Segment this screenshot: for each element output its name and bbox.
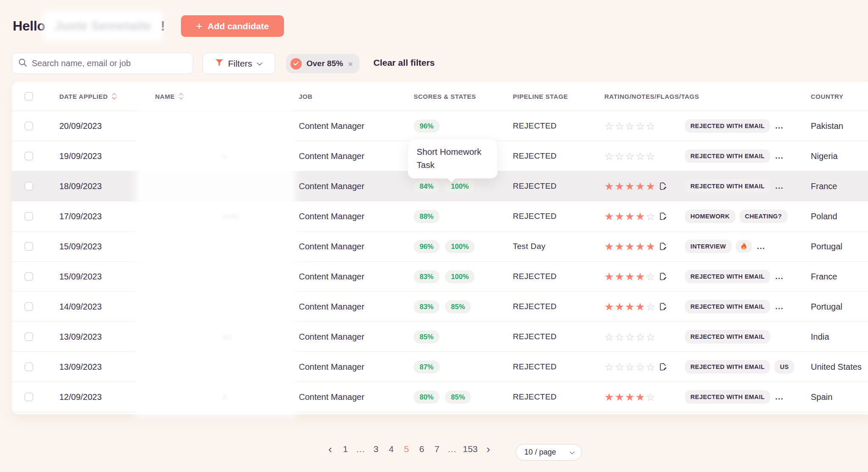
star-icon[interactable]: ★: [604, 241, 614, 252]
note-edit-icon[interactable]: [658, 302, 668, 311]
tag[interactable]: REJECTED WITH EMAIL: [685, 149, 770, 163]
search-box[interactable]: [12, 53, 193, 74]
star-icon[interactable]: ☆: [625, 362, 634, 372]
row-checkbox[interactable]: [25, 272, 33, 281]
star-icon[interactable]: ★: [604, 271, 614, 282]
column-header-date[interactable]: DATE APPLIED: [59, 93, 108, 100]
more-tags-indicator[interactable]: ...: [775, 272, 784, 281]
star-icon[interactable]: ★: [615, 211, 624, 222]
page-7[interactable]: 7: [432, 444, 442, 454]
star-icon[interactable]: ☆: [646, 121, 655, 131]
tag[interactable]: REJECTED WITH EMAIL: [685, 270, 770, 283]
note-edit-icon[interactable]: [658, 242, 668, 251]
star-icon[interactable]: ☆: [646, 211, 655, 222]
star-icon[interactable]: ★: [615, 302, 624, 312]
page-5[interactable]: 5: [402, 444, 411, 454]
more-tags-indicator[interactable]: ...: [775, 302, 784, 311]
search-input[interactable]: [32, 59, 187, 68]
star-icon[interactable]: ★: [615, 271, 624, 282]
column-header-name[interactable]: NAME: [155, 93, 175, 100]
row-checkbox[interactable]: [25, 122, 33, 130]
score-badge[interactable]: 85%: [445, 300, 471, 313]
remove-filter-icon[interactable]: ×: [348, 59, 353, 68]
star-icon[interactable]: ★: [604, 181, 614, 192]
star-icon[interactable]: ☆: [646, 302, 655, 312]
page-6[interactable]: 6: [417, 444, 426, 454]
star-rating[interactable]: ★★★★☆: [604, 271, 655, 282]
star-icon[interactable]: ☆: [604, 151, 614, 162]
star-icon[interactable]: ★: [635, 302, 645, 312]
note-edit-icon[interactable]: [658, 362, 668, 371]
star-icon[interactable]: ★: [635, 181, 645, 192]
star-icon[interactable]: ☆: [646, 332, 655, 342]
score-badge[interactable]: 85%: [414, 330, 440, 344]
score-badge[interactable]: 87%: [414, 360, 440, 374]
star-icon[interactable]: ★: [635, 392, 645, 402]
star-icon[interactable]: ★: [635, 211, 645, 222]
star-icon[interactable]: ☆: [635, 151, 645, 162]
score-badge[interactable]: 85%: [445, 391, 471, 404]
row-checkbox[interactable]: [25, 302, 33, 311]
star-icon[interactable]: ☆: [635, 121, 645, 131]
page-4[interactable]: 4: [387, 444, 396, 454]
star-rating[interactable]: ☆☆☆☆☆: [604, 332, 655, 342]
star-icon[interactable]: ★: [615, 181, 624, 192]
row-checkbox[interactable]: [25, 332, 33, 341]
star-icon[interactable]: ★: [625, 211, 634, 222]
score-badge[interactable]: 84%: [414, 180, 440, 193]
tag[interactable]: REJECTED WITH EMAIL: [685, 390, 770, 404]
tag[interactable]: REJECTED WITH EMAIL: [685, 300, 770, 313]
more-tags-indicator[interactable]: ...: [775, 122, 784, 131]
row-checkbox[interactable]: [25, 182, 33, 190]
star-rating[interactable]: ☆☆☆☆☆: [604, 151, 655, 162]
add-candidate-button[interactable]: + Add candidate: [181, 15, 284, 37]
star-rating[interactable]: ☆☆☆☆☆: [604, 121, 655, 131]
score-badge[interactable]: 80%: [414, 391, 440, 404]
score-badge[interactable]: 88%: [414, 210, 440, 223]
select-all-checkbox[interactable]: [25, 92, 33, 101]
star-rating[interactable]: ★★★★☆: [604, 211, 655, 222]
tag[interactable]: REJECTED WITH EMAIL: [685, 330, 770, 344]
sort-icons-name[interactable]: [179, 93, 184, 100]
fire-emoji-tag[interactable]: [736, 240, 752, 253]
star-icon[interactable]: ★: [625, 241, 634, 252]
star-icon[interactable]: ☆: [615, 362, 624, 372]
note-edit-icon[interactable]: [658, 272, 668, 281]
score-badge[interactable]: 100%: [445, 180, 475, 193]
more-tags-indicator[interactable]: ...: [775, 393, 784, 402]
star-icon[interactable]: ☆: [615, 121, 624, 131]
star-icon[interactable]: ★: [646, 181, 655, 192]
active-filter-chip[interactable]: Over 85% ×: [286, 54, 359, 73]
page-3[interactable]: 3: [371, 444, 381, 454]
tag[interactable]: HOMEWORK: [685, 209, 735, 223]
star-icon[interactable]: ☆: [625, 151, 634, 162]
score-badge[interactable]: 83%: [414, 300, 440, 313]
note-edit-icon[interactable]: [658, 212, 668, 221]
more-tags-indicator[interactable]: ...: [775, 182, 784, 191]
star-icon[interactable]: ☆: [635, 362, 645, 372]
star-icon[interactable]: ★: [604, 392, 614, 402]
star-icon[interactable]: ★: [615, 392, 624, 402]
star-icon[interactable]: ★: [625, 302, 634, 312]
score-badge[interactable]: 96%: [414, 240, 440, 253]
tag[interactable]: REJECTED WITH EMAIL: [685, 179, 770, 193]
star-icon[interactable]: ★: [635, 241, 645, 252]
next-page-icon[interactable]: ›: [484, 444, 493, 455]
star-icon[interactable]: ★: [646, 241, 655, 252]
tag[interactable]: CHEATING?: [740, 209, 787, 223]
star-icon[interactable]: ☆: [615, 332, 624, 342]
tag[interactable]: US: [774, 360, 794, 374]
star-rating[interactable]: ★★★★★: [604, 241, 655, 252]
more-tags-indicator[interactable]: ...: [775, 152, 784, 161]
star-rating[interactable]: ☆☆☆☆☆: [604, 362, 655, 372]
page-size-select[interactable]: 10 / page: [515, 444, 582, 461]
clear-all-filters-link[interactable]: Clear all filters: [373, 58, 435, 68]
row-checkbox[interactable]: [25, 242, 33, 251]
star-icon[interactable]: ☆: [604, 121, 614, 131]
star-icon[interactable]: ★: [604, 302, 614, 312]
score-badge[interactable]: 83%: [414, 270, 440, 283]
star-icon[interactable]: ★: [625, 181, 634, 192]
star-rating[interactable]: ★★★★☆: [604, 392, 655, 402]
star-icon[interactable]: ☆: [604, 362, 614, 372]
tag[interactable]: REJECTED WITH EMAIL: [685, 119, 770, 133]
